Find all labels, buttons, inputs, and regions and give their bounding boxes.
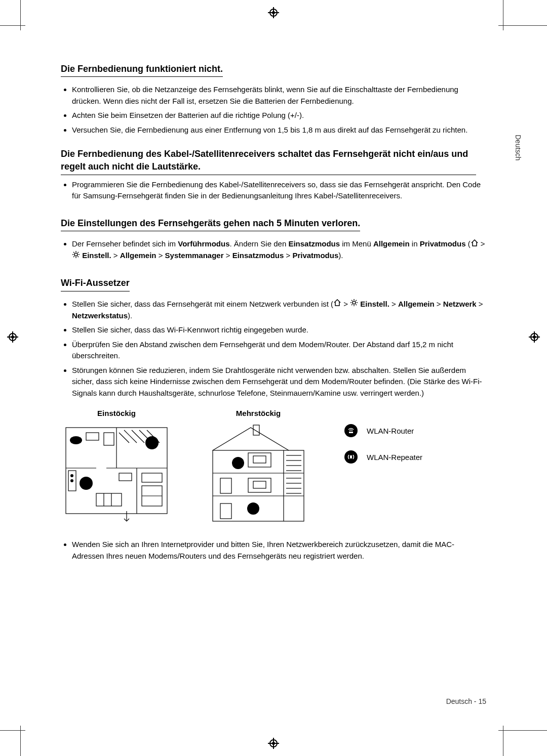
svg-point-47	[232, 457, 244, 469]
list-item: Stellen Sie sicher, dass das Fernsehgerä…	[72, 299, 486, 322]
legend-label: WLAN-Router	[367, 427, 414, 435]
svg-point-27	[80, 477, 93, 490]
bold-text: Einsatzmodus	[232, 251, 284, 260]
bullet-list: Programmieren Sie die Fernbedienung des …	[61, 179, 486, 202]
legend-label: WLAN-Repeater	[367, 453, 422, 461]
list-item: Wenden Sie sich an Ihren Internetprovide…	[72, 539, 486, 562]
svg-rect-8	[86, 433, 99, 440]
diagram-legend: WLAN-Router WLAN-Repeater	[344, 409, 422, 464]
svg-point-0	[74, 253, 77, 256]
svg-rect-22	[96, 493, 122, 506]
text: in	[410, 239, 420, 248]
svg-rect-44	[253, 456, 266, 463]
crop-mark	[498, 730, 547, 731]
diagram-row: Einstöckig	[61, 409, 486, 524]
svg-rect-9	[104, 433, 114, 445]
gear-icon	[72, 250, 80, 262]
svg-rect-41	[220, 478, 231, 493]
bold-text: Einsatzmodus	[288, 239, 340, 248]
svg-point-7	[70, 436, 82, 444]
legend-item-router: WLAN-Router	[344, 424, 422, 437]
svg-point-1	[353, 301, 356, 304]
separator: >	[157, 251, 165, 260]
diagram-multi-story: Mehrstöckig	[203, 409, 314, 524]
text: ).	[128, 311, 132, 320]
house-illustration	[203, 423, 314, 524]
router-icon	[344, 424, 358, 437]
legend-item-repeater: WLAN-Repeater	[344, 450, 422, 464]
bullet-list: Der Fernseher befindet sich im Vorführmo…	[61, 238, 486, 262]
separator: >	[479, 239, 485, 248]
page-footer: Deutsch - 15	[446, 697, 486, 705]
svg-rect-50	[350, 455, 352, 458]
text: . Ändern Sie den	[229, 239, 288, 248]
bold-text: Netzwerk	[443, 300, 477, 308]
svg-point-17	[70, 479, 73, 482]
list-item: Programmieren Sie die Fernbedienung des …	[72, 179, 486, 202]
bold-text: Allgemein	[373, 239, 410, 248]
diagram-caption: Mehrstöckig	[203, 409, 314, 417]
repeater-icon	[344, 450, 358, 464]
list-item: Versuchen Sie, die Fernbedienung aus ein…	[72, 124, 486, 136]
home-icon	[333, 299, 341, 310]
registration-mark-icon	[7, 331, 18, 343]
svg-point-26	[145, 436, 159, 449]
svg-line-12	[132, 430, 144, 443]
bold-text: Einstell.	[360, 300, 389, 308]
bold-text: Privatmodus	[420, 239, 466, 248]
text: im Menü	[340, 239, 373, 248]
list-item: Überprüfen Sie den Abstand zwischen dem …	[72, 339, 486, 362]
text: (	[466, 239, 471, 248]
section-heading-remote-not-working: Die Fernbedienung funktioniert nicht.	[61, 63, 223, 77]
floorplan-illustration	[61, 423, 172, 524]
bold-text: Netzwerkstatus	[72, 311, 128, 320]
svg-rect-42	[220, 503, 231, 519]
svg-rect-45	[248, 478, 271, 492]
page-content: Die Fernbedienung funktioniert nicht. Ko…	[0, 0, 547, 595]
separator: >	[477, 300, 483, 308]
crop-mark	[20, 0, 21, 30]
bold-text: Vorführmodus	[178, 239, 229, 248]
svg-rect-19	[142, 473, 162, 482]
bold-text: Allgemein	[398, 300, 435, 308]
bullet-list: Stellen Sie sicher, dass das Fernsehgerä…	[61, 299, 486, 399]
svg-line-11	[124, 430, 137, 443]
section-heading-wifi-dropouts: Wi-Fi-Aussetzer	[61, 277, 130, 291]
registration-mark-icon	[268, 7, 279, 18]
gear-icon	[350, 299, 358, 310]
diagram-caption: Einstöckig	[61, 409, 172, 417]
list-item: Stellen Sie sicher, dass das Wi-Fi-Kennw…	[72, 324, 486, 336]
svg-rect-28	[253, 425, 259, 435]
svg-rect-49	[349, 432, 353, 433]
bullet-list: Kontrollieren Sie, ob die Netzanzeige de…	[61, 84, 486, 136]
svg-point-16	[70, 474, 73, 477]
registration-mark-icon	[529, 331, 540, 343]
list-item: Störungen können Sie reduzieren, indem S…	[72, 365, 486, 399]
svg-line-10	[119, 433, 129, 443]
crop-mark	[0, 25, 25, 26]
separator: >	[284, 251, 292, 260]
diagram-single-story: Einstöckig	[61, 409, 172, 524]
bold-text: Systemmanager	[165, 251, 224, 260]
home-icon	[471, 239, 479, 250]
svg-rect-46	[253, 481, 266, 488]
crop-mark	[498, 25, 547, 26]
list-item: Kontrollieren Sie, ob die Netzanzeige de…	[72, 84, 486, 107]
text: Der Fernseher befindet sich im	[72, 239, 178, 248]
section-heading-settings-lost: Die Einstellungen des Fernsehgeräts gehe…	[61, 217, 360, 231]
section-heading-receiver-remote: Die Fernbedienung des Kabel-/Satellitenr…	[61, 148, 476, 175]
svg-point-48	[247, 502, 259, 515]
separator: >	[341, 300, 350, 308]
bullet-list: Wenden Sie sich an Ihren Internetprovide…	[61, 539, 486, 562]
bold-text: Allgemein	[120, 251, 157, 260]
text: Stellen Sie sicher, dass das Fernsehgerä…	[72, 300, 333, 308]
svg-rect-43	[248, 453, 271, 467]
separator: >	[435, 300, 443, 308]
crop-mark	[0, 730, 25, 731]
text: ).	[338, 251, 343, 260]
crop-mark	[503, 0, 503, 30]
separator: >	[111, 251, 120, 260]
list-item: Der Fernseher befindet sich im Vorführmo…	[72, 238, 486, 262]
svg-rect-18	[119, 473, 132, 481]
language-tab: Deutsch	[513, 132, 524, 163]
